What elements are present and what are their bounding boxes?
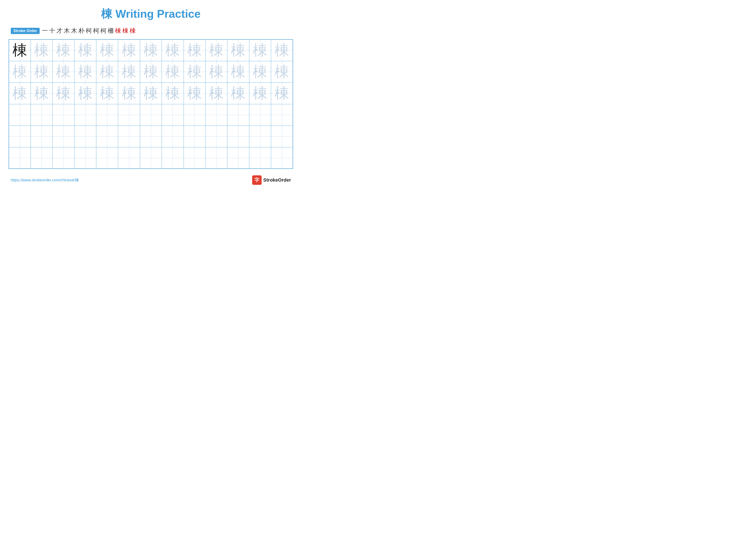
grid-cell[interactable]: 棟 bbox=[140, 83, 162, 104]
grid-cell[interactable]: 棟 bbox=[31, 39, 52, 61]
grid-cell[interactable]: 棟 bbox=[271, 83, 293, 104]
grid-cell[interactable] bbox=[53, 126, 74, 147]
grid-cell[interactable] bbox=[118, 126, 140, 147]
stroke-12: 棟 bbox=[122, 27, 128, 35]
grid-cell[interactable]: 棟 bbox=[228, 39, 249, 61]
grid-cell[interactable] bbox=[140, 104, 162, 126]
grid-cell[interactable]: 棟 bbox=[249, 39, 271, 61]
grid-cell[interactable] bbox=[205, 104, 227, 126]
grid-cell[interactable]: 棟 bbox=[162, 83, 184, 104]
grid-cell[interactable] bbox=[228, 126, 249, 147]
practice-char: 棟 bbox=[209, 85, 224, 101]
grid-cell[interactable]: 棟 bbox=[184, 39, 205, 61]
grid-cell[interactable]: 棟 bbox=[249, 61, 271, 83]
practice-char: 棟 bbox=[275, 42, 289, 58]
grid-cell[interactable] bbox=[74, 126, 96, 147]
grid-cell[interactable]: 棟 bbox=[118, 39, 140, 61]
grid-cell[interactable] bbox=[249, 104, 271, 126]
grid-cell[interactable] bbox=[53, 147, 74, 169]
practice-char: 棟 bbox=[144, 42, 158, 58]
practice-char: 棟 bbox=[165, 42, 180, 58]
grid-cell[interactable] bbox=[271, 147, 293, 169]
grid-cell[interactable] bbox=[162, 126, 184, 147]
grid-cell[interactable] bbox=[118, 147, 140, 169]
grid-cell[interactable]: 棟 bbox=[228, 83, 249, 104]
footer-url[interactable]: https://www.strokeorder.com/chinese/棟 bbox=[11, 177, 79, 183]
table-row bbox=[9, 126, 293, 147]
grid-cell[interactable] bbox=[96, 147, 118, 169]
grid-cell[interactable] bbox=[271, 126, 293, 147]
practice-char: 棟 bbox=[13, 42, 27, 58]
practice-char: 棟 bbox=[78, 85, 93, 101]
grid-cell[interactable]: 棟 bbox=[96, 83, 118, 104]
grid-cell[interactable]: 棟 bbox=[96, 39, 118, 61]
grid-cell[interactable]: 棟 bbox=[74, 83, 96, 104]
grid-cell[interactable]: 棟 bbox=[9, 39, 31, 61]
grid-cell[interactable]: 棟 bbox=[184, 61, 205, 83]
grid-cell[interactable] bbox=[184, 104, 205, 126]
grid-cell[interactable] bbox=[271, 104, 293, 126]
grid-cell[interactable] bbox=[31, 126, 52, 147]
grid-cell[interactable] bbox=[162, 104, 184, 126]
grid-cell[interactable]: 棟 bbox=[74, 39, 96, 61]
grid-cell[interactable]: 棟 bbox=[205, 83, 227, 104]
grid-cell[interactable] bbox=[53, 104, 74, 126]
grid-cell[interactable] bbox=[9, 126, 31, 147]
stroke-10: 柵 bbox=[108, 27, 114, 35]
grid-cell[interactable]: 棟 bbox=[205, 39, 227, 61]
grid-cell[interactable] bbox=[74, 147, 96, 169]
grid-cell[interactable] bbox=[140, 147, 162, 169]
grid-cell[interactable]: 棟 bbox=[162, 39, 184, 61]
practice-char: 棟 bbox=[253, 64, 267, 80]
grid-cell[interactable]: 棟 bbox=[9, 61, 31, 83]
practice-char: 棟 bbox=[253, 85, 267, 101]
grid-cell[interactable] bbox=[162, 147, 184, 169]
grid-cell[interactable] bbox=[9, 147, 31, 169]
page-title: 棟 Writing Practice bbox=[9, 7, 293, 21]
grid-cell[interactable]: 棟 bbox=[53, 83, 74, 104]
practice-char: 棟 bbox=[231, 42, 245, 58]
grid-cell[interactable]: 棟 bbox=[205, 61, 227, 83]
practice-char: 棟 bbox=[231, 85, 245, 101]
grid-cell[interactable] bbox=[140, 126, 162, 147]
practice-char: 棟 bbox=[34, 42, 49, 58]
grid-cell[interactable] bbox=[9, 104, 31, 126]
grid-cell[interactable]: 棟 bbox=[184, 83, 205, 104]
grid-cell[interactable]: 棟 bbox=[249, 83, 271, 104]
grid-cell[interactable]: 棟 bbox=[31, 83, 52, 104]
grid-cell[interactable] bbox=[228, 147, 249, 169]
grid-cell[interactable]: 棟 bbox=[271, 39, 293, 61]
grid-cell[interactable]: 棟 bbox=[140, 39, 162, 61]
grid-cell[interactable] bbox=[74, 104, 96, 126]
grid-cell[interactable] bbox=[228, 104, 249, 126]
grid-cell[interactable] bbox=[96, 104, 118, 126]
grid-cell[interactable]: 棟 bbox=[140, 61, 162, 83]
practice-char: 棟 bbox=[78, 64, 93, 80]
grid-cell[interactable] bbox=[249, 147, 271, 169]
grid-cell[interactable] bbox=[118, 104, 140, 126]
grid-cell[interactable]: 棟 bbox=[271, 61, 293, 83]
grid-cell[interactable] bbox=[96, 126, 118, 147]
practice-char: 棟 bbox=[100, 64, 115, 80]
grid-cell[interactable] bbox=[31, 104, 52, 126]
grid-cell[interactable] bbox=[205, 147, 227, 169]
grid-cell[interactable]: 棟 bbox=[53, 61, 74, 83]
practice-char: 棟 bbox=[34, 64, 49, 80]
grid-cell[interactable] bbox=[31, 147, 52, 169]
grid-cell[interactable]: 棟 bbox=[162, 61, 184, 83]
grid-cell[interactable]: 棟 bbox=[53, 39, 74, 61]
grid-cell[interactable] bbox=[184, 147, 205, 169]
grid-cell[interactable] bbox=[249, 126, 271, 147]
grid-cell[interactable]: 棟 bbox=[31, 61, 52, 83]
grid-cell[interactable]: 棟 bbox=[118, 83, 140, 104]
table-row: 棟 棟 棟 棟 棟 棟 棟 棟 棟 棟 棟 棟 棟 bbox=[9, 61, 293, 83]
practice-char: 棟 bbox=[165, 85, 180, 101]
grid-cell[interactable]: 棟 bbox=[9, 83, 31, 104]
grid-cell[interactable] bbox=[184, 126, 205, 147]
grid-cell[interactable]: 棟 bbox=[118, 61, 140, 83]
grid-cell[interactable]: 棟 bbox=[228, 61, 249, 83]
stroke-11: 棟 bbox=[115, 27, 121, 35]
grid-cell[interactable]: 棟 bbox=[74, 61, 96, 83]
grid-cell[interactable] bbox=[205, 126, 227, 147]
grid-cell[interactable]: 棟 bbox=[96, 61, 118, 83]
